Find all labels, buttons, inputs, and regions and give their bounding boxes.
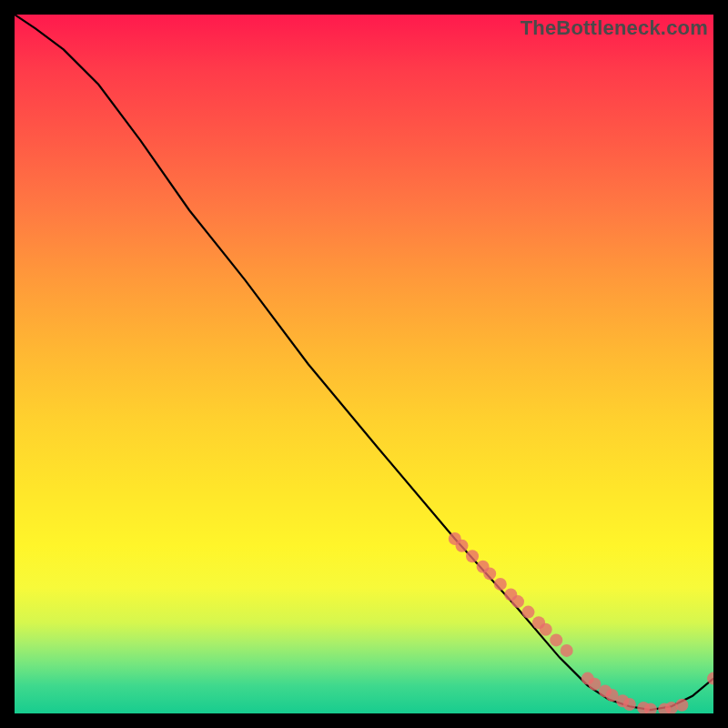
- marker-point: [588, 678, 601, 691]
- marker-point: [644, 703, 657, 713]
- marker-point: [494, 578, 507, 591]
- marker-point: [550, 633, 562, 646]
- marker-point: [561, 644, 573, 657]
- marker-point: [606, 689, 619, 702]
- marker-point: [522, 606, 535, 619]
- marker-point: [581, 672, 594, 685]
- marker-point: [707, 672, 713, 685]
- marker-point: [637, 702, 650, 713]
- marker-point: [483, 567, 496, 580]
- chart-svg: [15, 15, 713, 713]
- marker-point: [511, 595, 524, 608]
- marker-point: [540, 623, 552, 636]
- marker-point: [466, 550, 479, 562]
- marker-point: [532, 616, 545, 629]
- curve-line: [15, 15, 713, 710]
- marker-point: [616, 694, 629, 707]
- marker-point: [658, 703, 671, 713]
- marker-point: [623, 698, 636, 711]
- marker-group: [449, 532, 713, 713]
- chart-stage: TheBottleneck.com: [0, 0, 728, 728]
- marker-point: [675, 699, 688, 712]
- marker-point: [477, 561, 490, 573]
- watermark-label: TheBottleneck.com: [521, 16, 708, 40]
- marker-point: [456, 540, 469, 552]
- plot-area: TheBottleneck.com: [15, 15, 713, 713]
- marker-point: [599, 684, 612, 697]
- marker-point: [449, 532, 461, 545]
- marker-point: [504, 588, 517, 601]
- marker-point: [665, 702, 678, 713]
